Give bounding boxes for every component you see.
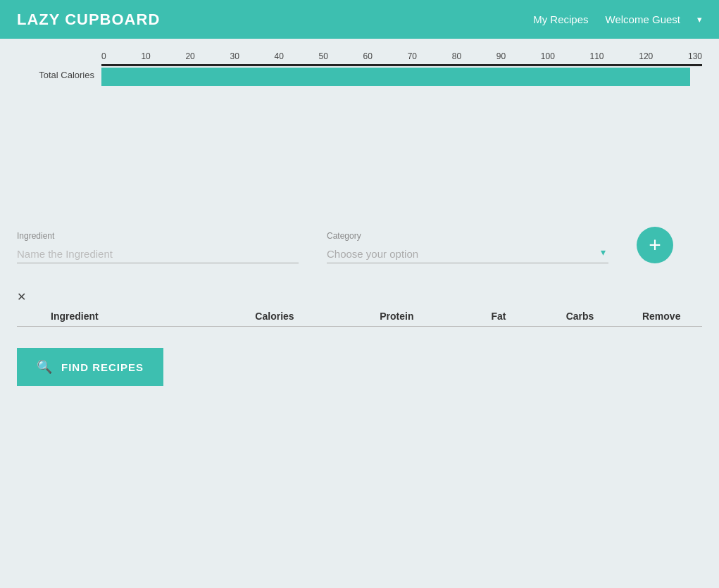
- scale-label-30: 30: [230, 51, 239, 61]
- table-header-protein: Protein: [336, 311, 458, 322]
- scale-label-10: 10: [141, 51, 150, 61]
- find-recipes-label: FIND RECIPES: [61, 361, 144, 373]
- table-header-carbs: Carbs: [539, 311, 621, 322]
- ingredient-input[interactable]: [17, 245, 299, 263]
- welcome-guest-label: Welcome Guest: [606, 13, 680, 25]
- search-icon: 🔍: [37, 359, 53, 375]
- user-menu-dropdown-icon[interactable]: ▾: [697, 14, 702, 25]
- chart-scale: 0 10 20 30 40 50 60 70 80 90 100 110 120…: [101, 51, 702, 61]
- scale-label-90: 90: [496, 51, 506, 61]
- my-recipes-link[interactable]: My Recipes: [533, 13, 588, 25]
- category-select-wrapper: Choose your option Vegetables Fruits Mea…: [327, 245, 608, 263]
- scale-label-100: 100: [541, 51, 555, 61]
- category-form-group: Category Choose your option Vegetables F…: [327, 231, 608, 263]
- table-header-calories: Calories: [213, 311, 335, 322]
- add-ingredient-button[interactable]: +: [637, 227, 673, 263]
- table-collapse-row: ✕: [17, 284, 702, 306]
- app-logo: Lazy Cupboard: [17, 11, 160, 29]
- total-calories-bar-row: Total Calories: [17, 64, 702, 86]
- chart-bar-container: [101, 64, 702, 86]
- category-select[interactable]: Choose your option Vegetables Fruits Mea…: [327, 245, 608, 263]
- ingredient-form-row: Ingredient Category Choose your option V…: [17, 227, 702, 263]
- chart-bar-fill: [101, 68, 690, 86]
- category-label: Category: [327, 231, 608, 241]
- main-content: Ingredient Category Choose your option V…: [0, 93, 719, 400]
- scale-label-40: 40: [275, 51, 284, 61]
- scale-label-80: 80: [452, 51, 461, 61]
- chart-scale-labels: 0 10 20 30 40 50 60 70 80 90 100 110 120…: [101, 51, 702, 61]
- scale-label-120: 120: [639, 51, 653, 61]
- ingredient-label: Ingredient: [17, 231, 299, 241]
- scale-label-60: 60: [363, 51, 373, 61]
- ingredient-form-group: Ingredient: [17, 231, 299, 263]
- collapse-icon[interactable]: ✕: [17, 290, 26, 304]
- scale-label-20: 20: [185, 51, 194, 61]
- scale-label-110: 110: [590, 51, 604, 61]
- add-button-icon: +: [649, 234, 661, 256]
- header-navigation: My Recipes Welcome Guest ▾: [533, 13, 702, 25]
- table-header-ingredient: Ingredient: [17, 311, 213, 322]
- chart-scale-line: [101, 64, 702, 66]
- table-header-remove: Remove: [620, 311, 702, 322]
- find-recipes-button[interactable]: 🔍 FIND RECIPES: [17, 348, 163, 386]
- scale-label-130: 130: [688, 51, 702, 61]
- chart-area: 0 10 20 30 40 50 60 70 80 90 100 110 120…: [0, 39, 719, 93]
- scale-label-70: 70: [408, 51, 417, 61]
- table-header-fat: Fat: [458, 311, 539, 322]
- scale-label-50: 50: [319, 51, 328, 61]
- scale-label-0: 0: [101, 51, 106, 61]
- chart-bar-label: Total Calories: [17, 70, 101, 80]
- ingredients-table: ✕ Ingredient Calories Protein Fat Carbs …: [17, 284, 702, 327]
- app-header: Lazy Cupboard My Recipes Welcome Guest ▾: [0, 0, 719, 39]
- table-header-row: Ingredient Calories Protein Fat Carbs Re…: [17, 306, 702, 327]
